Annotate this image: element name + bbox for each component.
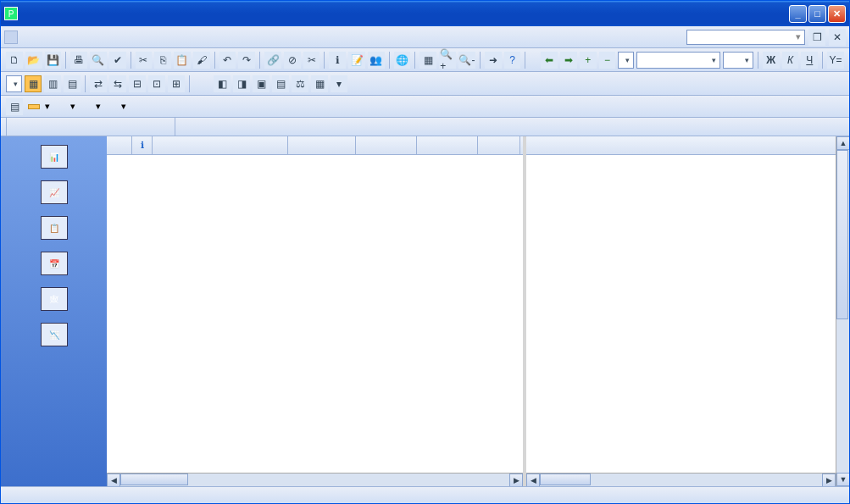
- split-icon[interactable]: ✂: [303, 52, 320, 69]
- tb2-12-icon[interactable]: ⚖: [292, 75, 308, 92]
- info-icon[interactable]: ℹ: [329, 52, 346, 69]
- menu-report[interactable]: [92, 35, 103, 40]
- restore-child-button[interactable]: ❐: [808, 29, 825, 46]
- close-button[interactable]: ✕: [828, 5, 846, 23]
- minus-icon[interactable]: −: [599, 52, 616, 69]
- publish-icon[interactable]: 🌐: [394, 52, 411, 69]
- paste-icon[interactable]: 📋: [174, 52, 191, 69]
- indent-icon[interactable]: ➡: [560, 52, 577, 69]
- vscroll[interactable]: ▲ ▼: [836, 136, 849, 486]
- guide-tasks[interactable]: [28, 104, 40, 109]
- menu-edit[interactable]: [31, 35, 42, 40]
- menu-collab[interactable]: [103, 35, 113, 40]
- view-network[interactable]: 🕸: [3, 284, 105, 316]
- print-icon[interactable]: 🖶: [70, 52, 87, 69]
- align-combo[interactable]: ▾: [6, 75, 22, 92]
- tb2-8-icon[interactable]: ◧: [214, 75, 231, 92]
- col-name[interactable]: [153, 136, 288, 154]
- guide-icon[interactable]: ▤: [6, 98, 23, 115]
- unlink-icon[interactable]: ⊘: [284, 52, 301, 69]
- scroll-down-icon[interactable]: ▼: [836, 473, 850, 486]
- open-icon[interactable]: 📂: [25, 52, 42, 69]
- bold-icon[interactable]: Ж: [763, 52, 780, 69]
- table-hscroll[interactable]: ◀ ▶: [107, 473, 523, 486]
- scroll-left-icon[interactable]: ◀: [107, 474, 120, 487]
- view-tracking-gantt[interactable]: 📈: [3, 177, 105, 209]
- help-search-box[interactable]: ▾: [686, 30, 805, 45]
- undo-icon[interactable]: ↶: [219, 52, 236, 69]
- view-resource-graph[interactable]: 📉: [3, 319, 105, 352]
- guide-tracking[interactable]: [81, 105, 91, 108]
- tb2-14-icon[interactable]: ▾: [331, 75, 347, 92]
- menu-insert[interactable]: [52, 35, 62, 40]
- save-icon[interactable]: 💾: [45, 52, 62, 69]
- statusbar: [1, 486, 849, 503]
- cut-icon[interactable]: ✂: [136, 52, 153, 69]
- assign-icon[interactable]: 👥: [368, 52, 385, 69]
- tb2-3-icon[interactable]: ⇄: [90, 75, 107, 92]
- minimize-button[interactable]: _: [789, 5, 807, 23]
- menu-tools[interactable]: [72, 35, 82, 40]
- tb2-13-icon[interactable]: ▦: [311, 75, 328, 92]
- menu-file[interactable]: [21, 35, 31, 40]
- view-task-usage[interactable]: 📋: [3, 213, 105, 245]
- menu-format[interactable]: [62, 35, 72, 40]
- col-duration[interactable]: [288, 136, 356, 154]
- spell-icon[interactable]: ✔: [109, 52, 126, 69]
- col-finish[interactable]: [417, 136, 478, 154]
- gantt-scroll-left-icon[interactable]: ◀: [526, 474, 540, 487]
- font-combo[interactable]: ▾: [636, 52, 720, 69]
- col-pred[interactable]: [478, 136, 520, 154]
- plus-icon[interactable]: +: [580, 52, 597, 69]
- outdent-icon[interactable]: ⬅: [541, 52, 558, 69]
- show-combo[interactable]: ▾: [618, 52, 634, 69]
- tb2-7-icon[interactable]: ⊞: [168, 75, 185, 92]
- tb2-11-icon[interactable]: ▤: [272, 75, 289, 92]
- fontsize-combo[interactable]: ▾: [723, 52, 753, 69]
- leveling-icon[interactable]: ▦: [25, 75, 42, 92]
- close-child-button[interactable]: ✕: [829, 29, 846, 46]
- resource-graph-icon: 📉: [41, 323, 68, 346]
- link-icon[interactable]: 🔗: [264, 52, 281, 69]
- guide-resources[interactable]: [55, 105, 65, 108]
- system-menu-icon[interactable]: [4, 30, 18, 44]
- menu-window[interactable]: [113, 35, 123, 40]
- timescale[interactable]: [526, 136, 836, 155]
- group-icon[interactable]: ▦: [419, 52, 436, 69]
- tb2-10-icon[interactable]: ▣: [253, 75, 269, 92]
- zoomout-icon[interactable]: 🔍-: [458, 52, 475, 69]
- view-gantt[interactable]: 📊: [3, 141, 105, 174]
- copy-icon[interactable]: ⎘: [154, 52, 171, 69]
- col-rownum[interactable]: [107, 136, 132, 154]
- redo-icon[interactable]: ↷: [238, 52, 255, 69]
- view-calendar[interactable]: 📅: [3, 248, 105, 280]
- gantt-hscroll[interactable]: ◀ ▶: [526, 473, 836, 486]
- italic-icon[interactable]: К: [782, 52, 799, 69]
- help-icon[interactable]: ?: [504, 52, 521, 69]
- tb2-4-icon[interactable]: ⇆: [109, 75, 126, 92]
- filter-icon[interactable]: Y=: [827, 52, 844, 69]
- zoomin-icon[interactable]: 🔍+: [439, 52, 456, 69]
- tb2-6-icon[interactable]: ⊡: [148, 75, 165, 92]
- note-icon[interactable]: 📝: [348, 52, 365, 69]
- gantt-body[interactable]: [526, 155, 836, 473]
- scroll-right-icon[interactable]: ▶: [509, 474, 523, 487]
- guide-report[interactable]: [106, 105, 116, 108]
- menu-view[interactable]: [42, 35, 52, 40]
- tb2-5-icon[interactable]: ⊟: [129, 75, 146, 92]
- scroll-up-icon[interactable]: ▲: [836, 136, 850, 150]
- menu-project[interactable]: [82, 35, 92, 40]
- goto-icon[interactable]: ➜: [485, 52, 502, 69]
- format-painter-icon[interactable]: 🖌: [193, 52, 210, 69]
- gantt-scroll-right-icon[interactable]: ▶: [822, 474, 836, 487]
- underline-icon[interactable]: Ч: [801, 52, 818, 69]
- tb2-1-icon[interactable]: ▥: [44, 75, 61, 92]
- tb2-2-icon[interactable]: ▤: [64, 75, 81, 92]
- new-icon[interactable]: 🗋: [6, 52, 23, 69]
- maximize-button[interactable]: □: [808, 5, 826, 23]
- preview-icon[interactable]: 🔍: [90, 52, 107, 69]
- col-info[interactable]: ℹ: [132, 136, 153, 154]
- menu-help[interactable]: [123, 35, 133, 40]
- tb2-9-icon[interactable]: ◨: [233, 75, 250, 92]
- col-start[interactable]: [356, 136, 417, 154]
